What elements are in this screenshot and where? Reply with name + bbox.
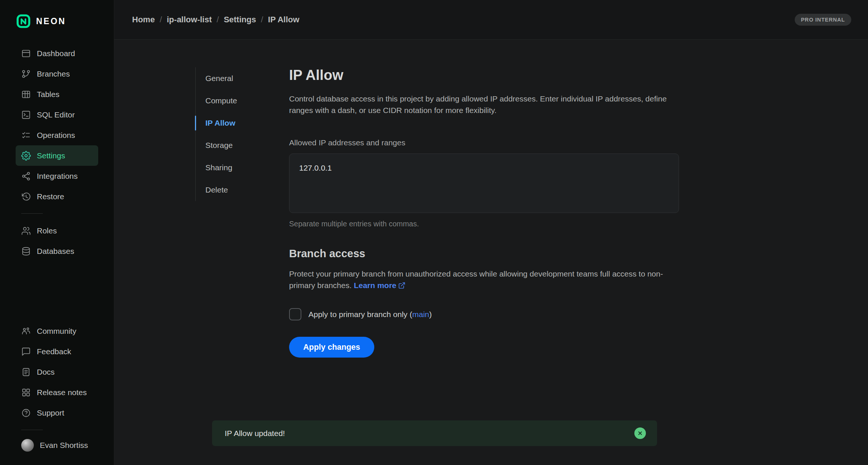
- external-link-icon: [396, 281, 406, 290]
- subnav-item-storage[interactable]: Storage: [196, 134, 273, 156]
- plan-badge: PRO INTERNAL: [795, 14, 851, 26]
- subnav-item-sharing[interactable]: Sharing: [196, 156, 273, 179]
- subnav-item-delete[interactable]: Delete: [196, 179, 273, 201]
- subnav-item-general[interactable]: General: [196, 67, 273, 90]
- sidebar-item-label: Roles: [37, 226, 57, 235]
- primary-branch-checkbox[interactable]: [289, 308, 301, 320]
- sidebar-item-label: Dashboard: [37, 49, 75, 58]
- breadcrumb: Home / ip-allow-list / Settings / IP All…: [132, 15, 300, 25]
- sql-editor-icon: [21, 110, 31, 120]
- branch-access-description: Protect your primary branch from unautho…: [289, 268, 679, 291]
- integrations-icon: [21, 171, 31, 181]
- sidebar-item-label: Support: [37, 409, 64, 417]
- community-icon: [21, 326, 31, 336]
- sidebar-item-sql-editor[interactable]: SQL Editor: [16, 104, 98, 125]
- sidebar-item-community[interactable]: Community: [16, 321, 98, 341]
- subnav-item-compute[interactable]: Compute: [196, 90, 273, 112]
- sidebar-item-branches[interactable]: Branches: [16, 64, 98, 84]
- breadcrumb-separator: /: [261, 15, 263, 25]
- primary-branch-checkbox-row: Apply to primary branch only (main): [289, 308, 679, 320]
- sidebar-user-block: Evan Shortiss: [0, 423, 114, 465]
- sidebar-item-label: Community: [37, 327, 76, 336]
- breadcrumb-separator: /: [160, 15, 162, 25]
- sidebar-item-databases[interactable]: Databases: [16, 241, 98, 261]
- sidebar-item-integrations[interactable]: Integrations: [16, 166, 98, 186]
- brand-logo[interactable]: NEON: [0, 0, 114, 43]
- sidebar-item-label: Docs: [37, 368, 55, 377]
- sidebar-item-support[interactable]: Support: [16, 403, 98, 423]
- brand-name: NEON: [36, 16, 66, 26]
- toast-notification: IP Allow updated!: [212, 420, 657, 446]
- roles-icon: [21, 226, 31, 236]
- learn-more-label: Learn more: [354, 281, 396, 290]
- breadcrumb-current-page: IP Allow: [268, 15, 299, 25]
- docs-icon: [21, 367, 31, 377]
- close-icon: [637, 430, 643, 436]
- feedback-icon: [21, 347, 31, 356]
- sidebar: NEON Dashboard Branches Tables SQL Edito…: [0, 0, 114, 465]
- main-area: Home / ip-allow-list / Settings / IP All…: [114, 0, 868, 465]
- sidebar-item-label: Release notes: [37, 388, 87, 397]
- breadcrumb-settings[interactable]: Settings: [224, 15, 256, 25]
- sidebar-divider: [21, 213, 43, 214]
- branches-icon: [21, 69, 31, 79]
- ip-allow-panel: IP Allow Control database access in this…: [289, 67, 679, 358]
- sidebar-footer-nav: Community Feedback Docs Release notes Su…: [0, 321, 114, 423]
- sidebar-divider: [21, 430, 43, 430]
- primary-branch-checkbox-label: Apply to primary branch only (main): [308, 310, 432, 319]
- sidebar-item-label: Integrations: [37, 172, 78, 181]
- sidebar-item-feedback[interactable]: Feedback: [16, 341, 98, 362]
- user-menu[interactable]: Evan Shortiss: [16, 437, 98, 452]
- sidebar-item-label: Branches: [37, 70, 70, 78]
- ip-field-helper: Separate multiple entries with commas.: [289, 220, 679, 228]
- databases-icon: [21, 246, 31, 256]
- user-name: Evan Shortiss: [40, 441, 88, 450]
- sidebar-item-label: SQL Editor: [37, 110, 75, 119]
- checkbox-label-prefix: Apply to primary branch only (: [308, 310, 412, 319]
- top-header: Home / ip-allow-list / Settings / IP All…: [114, 0, 868, 40]
- toast-close-button[interactable]: [634, 427, 646, 439]
- sidebar-item-label: Feedback: [37, 347, 71, 356]
- settings-subnav: General Compute IP Allow Storage Sharing…: [195, 67, 273, 201]
- page-title: IP Allow: [289, 67, 679, 83]
- release-notes-icon: [21, 388, 31, 397]
- sidebar-item-dashboard[interactable]: Dashboard: [16, 43, 98, 64]
- tables-icon: [21, 90, 31, 99]
- operations-icon: [21, 130, 31, 140]
- sidebar-item-restore[interactable]: Restore: [16, 186, 98, 207]
- support-icon: [21, 408, 31, 418]
- sidebar-spacer: [0, 261, 114, 321]
- breadcrumb-separator: /: [217, 15, 219, 25]
- sidebar-item-docs[interactable]: Docs: [16, 362, 98, 382]
- settings-gear-icon: [21, 151, 31, 161]
- neon-logo-icon: [16, 14, 31, 28]
- sidebar-item-roles[interactable]: Roles: [16, 220, 98, 241]
- subnav-item-ip-allow[interactable]: IP Allow: [196, 112, 273, 134]
- sidebar-item-label: Settings: [37, 151, 65, 160]
- sidebar-item-settings[interactable]: Settings: [16, 145, 98, 166]
- toast-message: IP Allow updated!: [225, 429, 285, 438]
- apply-changes-button[interactable]: Apply changes: [289, 337, 374, 358]
- dashboard-icon: [21, 49, 31, 58]
- avatar: [21, 439, 34, 452]
- sidebar-item-label: Tables: [37, 90, 60, 99]
- branch-access-text: Protect your primary branch from unautho…: [289, 269, 663, 290]
- restore-icon: [21, 192, 31, 201]
- sidebar-item-label: Restore: [37, 192, 64, 201]
- sidebar-nav: Dashboard Branches Tables SQL Editor Ope…: [0, 43, 114, 261]
- ip-field-label: Allowed IP addresses and ranges: [289, 138, 679, 147]
- checkbox-label-suffix: ): [429, 310, 432, 319]
- ip-addresses-textarea[interactable]: 127.0.0.1: [289, 154, 679, 213]
- sidebar-item-tables[interactable]: Tables: [16, 84, 98, 104]
- learn-more-link[interactable]: Learn more: [354, 281, 406, 290]
- sidebar-item-release-notes[interactable]: Release notes: [16, 382, 98, 403]
- branch-access-title: Branch access: [289, 248, 679, 260]
- breadcrumb-home[interactable]: Home: [132, 15, 155, 25]
- sidebar-item-label: Operations: [37, 131, 75, 140]
- sidebar-item-operations[interactable]: Operations: [16, 125, 98, 145]
- breadcrumb-project[interactable]: ip-allow-list: [167, 15, 212, 25]
- settings-content: General Compute IP Allow Storage Sharing…: [114, 40, 868, 358]
- sidebar-item-label: Databases: [37, 247, 74, 256]
- main-branch-link[interactable]: main: [412, 310, 429, 319]
- page-description: Control database access in this project …: [289, 93, 679, 116]
